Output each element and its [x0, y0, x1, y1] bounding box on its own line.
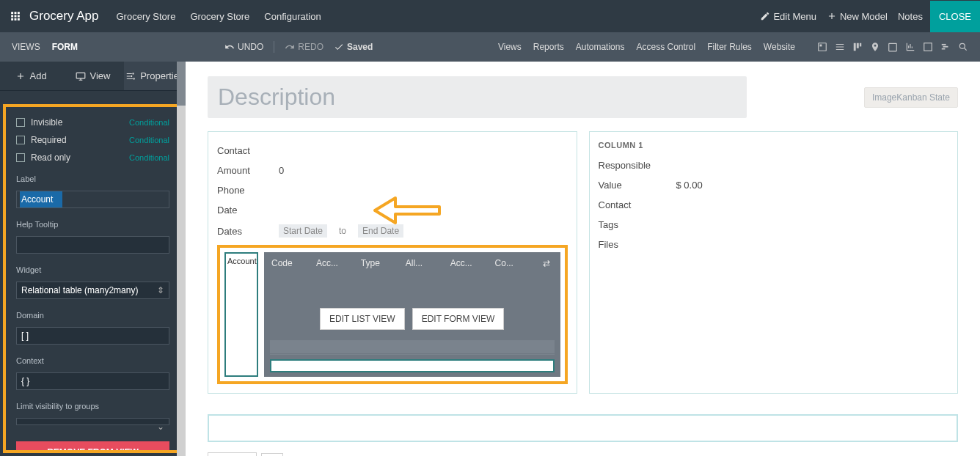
view-pivot-icon[interactable]: [923, 42, 933, 52]
sidebar-tab-add[interactable]: Add: [0, 62, 62, 90]
view-list-icon[interactable]: [835, 42, 845, 52]
th-acc1[interactable]: Acc...: [316, 258, 361, 268]
chevron-down-icon: ⌄: [157, 422, 164, 432]
undo-icon: [224, 42, 235, 52]
svg-rect-13: [860, 43, 861, 47]
invisible-label: Invisible: [31, 117, 62, 128]
amount-value[interactable]: 0: [279, 165, 284, 176]
svg-rect-1: [15, 12, 17, 14]
view-kanban-icon[interactable]: [852, 42, 863, 52]
page-heading[interactable]: Description: [208, 76, 747, 118]
svg-rect-5: [18, 15, 20, 18]
sb-link-reports[interactable]: Reports: [533, 42, 564, 52]
kanban-state-badge[interactable]: ImageKanban State: [864, 87, 958, 108]
remove-from-view-button[interactable]: REMOVE FROM VIEW: [16, 441, 169, 453]
svg-rect-18: [942, 48, 946, 50]
contact2-label: Contact: [599, 199, 665, 210]
context-input[interactable]: [16, 372, 169, 390]
svg-rect-16: [942, 44, 946, 45]
readonly-checkbox[interactable]: [16, 153, 25, 162]
edit-menu-label: Edit Menu: [773, 11, 816, 22]
edit-form-view-button[interactable]: EDIT FORM VIEW: [412, 308, 505, 330]
responsible-label: Responsible: [599, 160, 665, 171]
svg-point-22: [131, 75, 132, 76]
new-model-button[interactable]: New Model: [827, 11, 888, 22]
end-date-input[interactable]: End Date: [358, 224, 403, 238]
label-input[interactable]: [16, 191, 169, 208]
readonly-label: Read only: [31, 152, 70, 163]
svg-rect-9: [819, 43, 827, 51]
groups-select[interactable]: ⌄: [16, 418, 169, 425]
sb-link-automations[interactable]: Automations: [576, 42, 625, 52]
close-button[interactable]: CLOSE: [930, 1, 980, 32]
sb-link-access[interactable]: Access Control: [636, 42, 695, 52]
add-tab-button[interactable]: [261, 453, 283, 456]
notes-button[interactable]: Notes: [898, 11, 923, 22]
edit-menu-button[interactable]: Edit Menu: [760, 11, 816, 22]
dates-label: Dates: [217, 226, 267, 237]
invisible-conditional[interactable]: Conditional: [129, 118, 169, 127]
top-right-actions: Edit Menu New Model Notes: [760, 11, 923, 22]
sb-link-filter[interactable]: Filter Rules: [707, 42, 752, 52]
tags-label: Tags: [599, 219, 665, 230]
properties-panel: Invisible Conditional Required Condition…: [3, 104, 183, 453]
apps-icon[interactable]: [9, 10, 22, 23]
edit-list-view-button[interactable]: EDIT LIST VIEW: [320, 308, 405, 330]
page-heading-text: Description: [218, 84, 736, 111]
top-bar: Grocery App Grocery Store Grocery Store …: [0, 0, 980, 32]
table-add-row-input[interactable]: [270, 359, 555, 372]
required-conditional[interactable]: Conditional: [129, 136, 169, 144]
new-section-placeholder[interactable]: [208, 414, 958, 442]
th-co[interactable]: Co...: [495, 258, 540, 268]
value-value[interactable]: $ 0.00: [676, 180, 703, 191]
sb-form[interactable]: FORM: [52, 42, 78, 52]
sidebar-scrollbar[interactable]: [177, 62, 186, 456]
th-acc2[interactable]: Acc...: [450, 258, 495, 268]
account-table-highlight: Account Code Acc... Type All... Acc... C…: [217, 245, 568, 384]
svg-rect-10: [820, 45, 822, 47]
chevron-updown-icon: ⇕: [157, 285, 164, 295]
view-search-icon[interactable]: [958, 42, 968, 52]
check-icon: [334, 42, 344, 52]
svg-point-23: [134, 78, 135, 79]
start-date-input[interactable]: Start Date: [279, 224, 327, 238]
nav-item-configuration[interactable]: Configuration: [264, 11, 321, 22]
svg-point-19: [959, 43, 965, 48]
nav-item-grocery-store-1[interactable]: Grocery Store: [117, 11, 176, 22]
svg-rect-15: [924, 43, 932, 51]
table-rows-placeholder: [270, 340, 555, 355]
th-code[interactable]: Code: [271, 258, 316, 268]
details-tab[interactable]: Details: [208, 452, 257, 456]
view-graph-icon[interactable]: [905, 42, 915, 52]
widget-select[interactable]: Relational table (many2many) ⇕: [16, 282, 169, 299]
value-label: Value: [599, 180, 665, 191]
svg-rect-6: [11, 18, 13, 21]
account-table[interactable]: Code Acc... Type All... Acc... Co... ⇄ E…: [264, 252, 560, 377]
th-type[interactable]: Type: [361, 258, 406, 268]
nav-item-grocery-store-2[interactable]: Grocery Store: [190, 11, 249, 22]
domain-input[interactable]: [16, 327, 169, 345]
sb-link-website[interactable]: Website: [764, 42, 795, 52]
form-right-column: COLUMN 1 Responsible Value$ 0.00 Contact…: [589, 131, 959, 394]
sidebar-tab-view[interactable]: View: [62, 62, 123, 90]
svg-rect-0: [11, 12, 13, 14]
view-form-icon[interactable]: [817, 42, 827, 52]
saved-indicator: Saved: [334, 42, 373, 52]
undo-button[interactable]: UNDO: [224, 42, 263, 52]
contact-label: Contact: [217, 145, 267, 156]
sliders-icon: [125, 71, 136, 81]
view-map-icon[interactable]: [870, 42, 880, 52]
required-checkbox[interactable]: [16, 136, 25, 144]
invisible-checkbox[interactable]: [16, 118, 25, 127]
readonly-conditional[interactable]: Conditional: [129, 153, 169, 162]
th-all[interactable]: All...: [406, 258, 450, 268]
view-calendar-icon[interactable]: [888, 42, 898, 52]
help-field-label: Help Tooltip: [16, 220, 169, 229]
swap-icon[interactable]: ⇄: [540, 258, 553, 268]
help-input[interactable]: [16, 236, 169, 254]
sb-views[interactable]: VIEWS: [12, 42, 40, 52]
sb-link-views[interactable]: Views: [498, 42, 522, 52]
view-gantt-icon[interactable]: [940, 42, 951, 52]
redo-button[interactable]: REDO: [285, 42, 323, 52]
canvas: Description ImageKanban State Contact Am…: [186, 62, 980, 456]
